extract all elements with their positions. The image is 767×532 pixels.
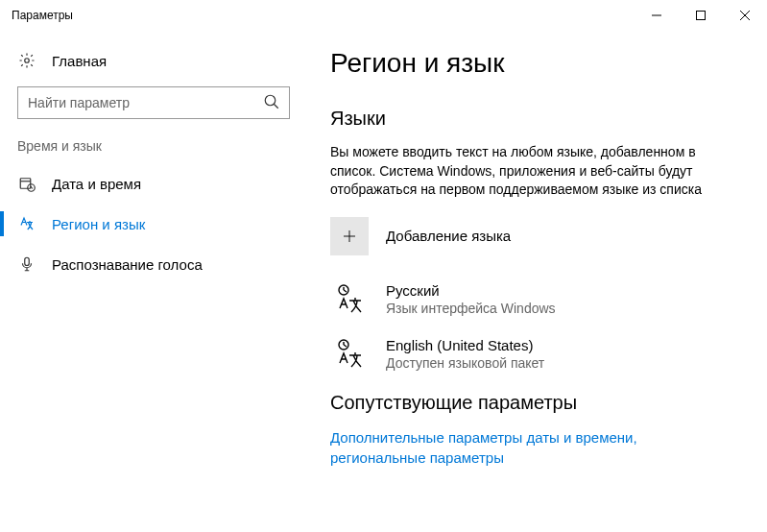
languages-heading: Языки	[330, 108, 740, 130]
sidebar-item-label: Дата и время	[52, 176, 141, 192]
calendar-clock-icon	[17, 175, 36, 192]
close-button[interactable]	[723, 0, 767, 31]
sidebar-item-voice-recognition[interactable]: Распознавание голоса	[0, 244, 307, 284]
language-glyph-icon	[330, 338, 369, 369]
gear-icon	[17, 52, 36, 69]
sidebar-item-label: Распознавание голоса	[52, 256, 203, 273]
language-item-russian[interactable]: Русский Язык интерфейса Windows	[330, 282, 740, 316]
sidebar-home[interactable]: Главная	[0, 44, 307, 77]
language-status: Доступен языковой пакет	[386, 355, 544, 371]
svg-rect-1	[697, 12, 706, 20]
add-language-label: Добавление языка	[386, 228, 511, 244]
sidebar: Главная Время и язык Дата и время	[0, 31, 307, 532]
svg-rect-12	[25, 257, 30, 265]
window-controls	[635, 0, 767, 31]
sidebar-item-label: Регион и язык	[52, 216, 145, 232]
sidebar-home-label: Главная	[52, 53, 107, 69]
language-text: Русский Язык интерфейса Windows	[386, 282, 556, 316]
sidebar-item-region-language[interactable]: Регион и язык	[0, 204, 307, 244]
add-language-button[interactable]: Добавление языка	[330, 217, 740, 255]
svg-line-17	[344, 290, 347, 292]
maximize-button[interactable]	[679, 0, 723, 31]
svg-point-4	[25, 59, 30, 63]
language-item-english[interactable]: English (United States) Доступен языково…	[330, 337, 740, 371]
main-content: Регион и язык Языки Вы можете вводить те…	[307, 31, 767, 532]
window-title: Параметры	[0, 9, 635, 22]
minimize-button[interactable]	[635, 0, 679, 31]
language-status: Язык интерфейса Windows	[386, 301, 556, 316]
related-settings: Сопутствующие параметры Дополнительные п…	[330, 392, 740, 468]
sidebar-group-label: Время и язык	[0, 138, 307, 163]
search-wrapper	[17, 86, 290, 119]
page-title: Регион и язык	[330, 48, 740, 79]
title-bar: Параметры	[0, 0, 767, 31]
related-link-additional-date-region[interactable]: Дополнительные параметры даты и времени,…	[330, 427, 733, 468]
svg-line-20	[344, 345, 347, 347]
related-heading: Сопутствующие параметры	[330, 392, 740, 414]
microphone-icon	[17, 255, 36, 273]
languages-description: Вы можете вводить текст на любом языке, …	[330, 143, 733, 200]
plus-icon	[330, 217, 369, 255]
language-glyph-icon	[330, 283, 369, 314]
language-text: English (United States) Доступен языково…	[386, 337, 544, 371]
language-icon	[17, 215, 36, 232]
language-name: English (United States)	[386, 337, 544, 353]
sidebar-item-date-time[interactable]: Дата и время	[0, 163, 307, 204]
svg-line-11	[32, 188, 34, 189]
search-input[interactable]	[17, 86, 290, 119]
language-name: Русский	[386, 282, 556, 299]
svg-rect-7	[20, 179, 31, 189]
